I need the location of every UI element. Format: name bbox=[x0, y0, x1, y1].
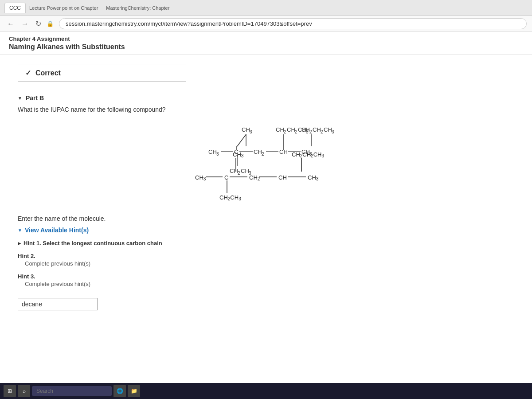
svg-text:CH: CH bbox=[276, 126, 284, 133]
hints-section: ▼ View Available Hint(s) ▶ Hint 1. Selec… bbox=[18, 227, 514, 289]
answer-input[interactable] bbox=[18, 298, 98, 310]
svg-text:2: 2 bbox=[284, 129, 286, 134]
svg-text:CH3: CH3 bbox=[195, 174, 206, 181]
clean-structure: CH3 CH2CH2CH3 CH3 C CH2 CH C bbox=[18, 149, 514, 206]
svg-text:CH: CH bbox=[313, 126, 321, 133]
correct-label: Correct bbox=[35, 69, 61, 77]
taskbar-windows-icon[interactable]: ⊞ bbox=[4, 385, 16, 397]
taskbar-search-input[interactable] bbox=[32, 386, 112, 396]
svg-text:CH: CH bbox=[324, 126, 332, 133]
hint3-item: Hint 3. Complete previous hint(s) bbox=[18, 271, 514, 289]
hint2-item: Hint 2. Complete previous hint(s) bbox=[18, 251, 514, 269]
chapter-header: Chapter 4 Assignment Naming Alkanes with… bbox=[0, 32, 532, 55]
main-area: ✓ Correct ▼ Part B What is the IUPAC nam… bbox=[0, 55, 532, 317]
part-b-section: ▼ Part B What is the IUPAC name for the … bbox=[9, 87, 523, 317]
back-button[interactable]: ← bbox=[5, 19, 16, 29]
browser-tab-bar: CCC Lecture Power point on Chapter Maste… bbox=[0, 0, 532, 16]
correct-banner: ✓ Correct bbox=[18, 64, 186, 82]
svg-text:CH3: CH3 bbox=[308, 174, 319, 181]
svg-text:CH2CH3: CH2CH3 bbox=[219, 194, 241, 201]
hints-label[interactable]: View Available Hint(s) bbox=[25, 227, 89, 234]
tab-mastering[interactable]: MasteringChemistry: Chapter bbox=[106, 5, 169, 11]
checkmark-icon: ✓ bbox=[25, 69, 31, 77]
part-b-label: Part B bbox=[26, 94, 44, 102]
section-title: Naming Alkanes with Substituents bbox=[9, 43, 523, 51]
svg-text:CH: CH bbox=[278, 174, 287, 181]
svg-text:2: 2 bbox=[309, 129, 312, 134]
chapter-title: Chapter 4 Assignment bbox=[9, 35, 523, 42]
svg-text:2: 2 bbox=[321, 129, 323, 134]
taskbar-file-icon[interactable]: 📁 bbox=[128, 385, 140, 397]
tab-lecture[interactable]: Lecture Power point on Chapter bbox=[29, 5, 98, 11]
enter-molecule-label: Enter the name of the molecule. bbox=[18, 215, 514, 222]
answer-box bbox=[18, 298, 514, 310]
tab-ccc[interactable]: CCC bbox=[4, 3, 26, 13]
svg-text:2: 2 bbox=[295, 129, 297, 134]
svg-line-27 bbox=[237, 134, 246, 146]
taskbar-search-icon[interactable]: ⌕ bbox=[18, 385, 30, 397]
page-content: Chapter 4 Assignment Naming Alkanes with… bbox=[0, 32, 532, 399]
hints-header[interactable]: ▼ View Available Hint(s) bbox=[18, 227, 514, 234]
svg-text:CH: CH bbox=[242, 126, 250, 133]
taskbar-browser-icon[interactable]: 🌐 bbox=[113, 385, 126, 397]
hints-collapse-icon: ▼ bbox=[18, 228, 22, 233]
hint3-sub: Complete previous hint(s) bbox=[25, 281, 514, 287]
svg-text:3: 3 bbox=[332, 129, 334, 134]
url-input[interactable] bbox=[59, 18, 527, 29]
address-bar: ← → ↻ 🔒 bbox=[0, 16, 532, 32]
svg-text:CH2: CH2 bbox=[249, 174, 260, 181]
svg-text:CH: CH bbox=[298, 126, 306, 133]
hint1-title-label[interactable]: Hint 1. Select the longest continuous ca… bbox=[23, 240, 162, 246]
hint1-triangle-icon: ▶ bbox=[18, 241, 21, 246]
hint3-title: Hint 3. bbox=[18, 273, 514, 280]
svg-text:CH: CH bbox=[287, 126, 295, 133]
hint2-sub: Complete previous hint(s) bbox=[25, 260, 514, 267]
lock-icon: 🔒 bbox=[47, 20, 54, 27]
svg-text:3: 3 bbox=[306, 129, 309, 134]
hint2-title: Hint 2. bbox=[18, 253, 514, 259]
forward-button[interactable]: → bbox=[20, 19, 30, 29]
svg-text:CH3: CH3 bbox=[233, 151, 244, 158]
part-b-header: ▼ Part B bbox=[18, 94, 514, 102]
hint1-item: ▶ Hint 1. Select the longest continuous … bbox=[18, 238, 514, 248]
refresh-button[interactable]: ↻ bbox=[34, 19, 43, 29]
svg-text:CH2CH2CH3: CH2CH2CH3 bbox=[292, 151, 324, 158]
svg-text:3: 3 bbox=[250, 129, 252, 134]
svg-text:C: C bbox=[224, 174, 228, 181]
taskbar: ⊞ ⌕ 🌐 📁 bbox=[0, 383, 532, 399]
part-b-collapse-icon[interactable]: ▼ bbox=[18, 96, 22, 101]
part-b-question: What is the IUPAC name for the following… bbox=[18, 106, 514, 113]
